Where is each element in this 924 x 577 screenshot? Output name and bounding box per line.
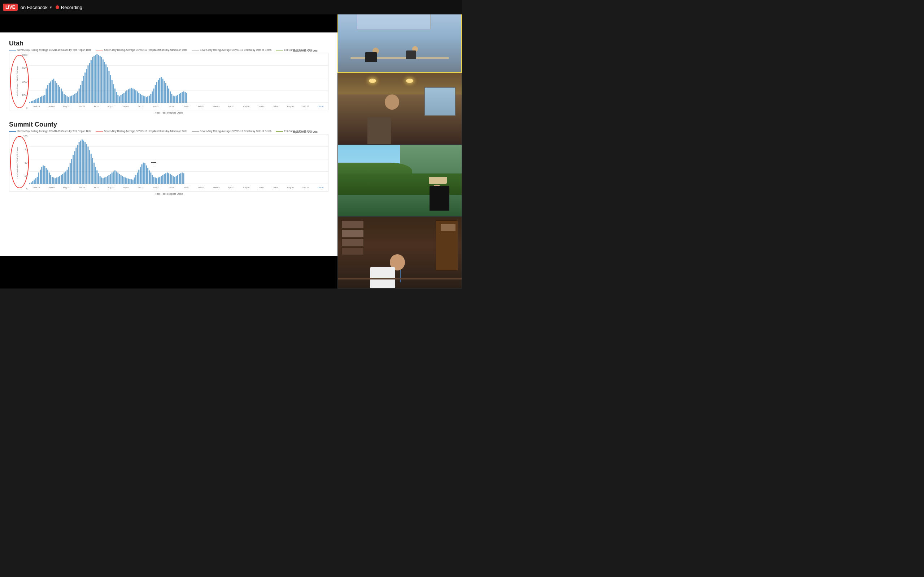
svg-rect-73 bbox=[138, 93, 139, 103]
svg-rect-42 bbox=[92, 57, 93, 103]
svg-rect-48 bbox=[101, 57, 102, 103]
svg-rect-21 bbox=[61, 89, 62, 103]
live-badge: LIVE bbox=[3, 3, 18, 11]
svg-rect-188 bbox=[152, 175, 153, 184]
y-tick-0: 0 bbox=[26, 107, 27, 109]
svg-rect-177 bbox=[135, 175, 136, 184]
x-tick-summit: Aug 01 bbox=[108, 187, 115, 189]
epidemic-curves-label-summit: Epidemic Curves bbox=[293, 130, 318, 134]
svg-rect-138 bbox=[77, 145, 78, 184]
y-tick-3000: 3000 bbox=[22, 67, 27, 69]
x-tick: Mar 01 bbox=[213, 105, 220, 108]
y-tick-100: 100 bbox=[23, 135, 27, 137]
svg-rect-143 bbox=[84, 142, 86, 184]
svg-rect-117 bbox=[46, 168, 47, 184]
summit-chart-legend: Seven-Day Rolling Average COVID-19 Cases… bbox=[9, 130, 328, 132]
svg-rect-174 bbox=[131, 179, 132, 184]
x-tick: May 01 bbox=[243, 105, 250, 108]
svg-rect-120 bbox=[50, 175, 51, 184]
x-tick-summit: Dec 01 bbox=[168, 187, 175, 189]
x-tick: Oct 01 bbox=[318, 105, 324, 108]
svg-rect-157 bbox=[105, 177, 107, 184]
svg-rect-167 bbox=[121, 175, 122, 184]
svg-rect-115 bbox=[43, 166, 44, 184]
svg-rect-20 bbox=[59, 87, 60, 103]
video-thumbnail-4[interactable] bbox=[338, 217, 462, 289]
svg-rect-36 bbox=[83, 76, 84, 103]
svg-rect-118 bbox=[47, 170, 48, 184]
svg-rect-84 bbox=[155, 85, 156, 103]
svg-rect-28 bbox=[71, 95, 72, 103]
svg-rect-79 bbox=[147, 96, 149, 103]
svg-rect-148 bbox=[92, 158, 93, 184]
x-tick: Aug 01 bbox=[287, 105, 294, 108]
svg-rect-24 bbox=[65, 95, 66, 103]
svg-rect-176 bbox=[134, 177, 135, 184]
summit-chart-section: Summit County Seven-Day Rolling Average … bbox=[9, 121, 328, 195]
summit-chart-plot: Mar 01 Apr 01 May 01 Jun 01 Jul 01 Aug 0… bbox=[29, 134, 328, 191]
svg-rect-191 bbox=[156, 178, 157, 184]
svg-rect-68 bbox=[131, 88, 132, 103]
summit-chart-title: Summit County bbox=[9, 121, 328, 128]
svg-rect-155 bbox=[102, 178, 103, 184]
legend-item-3: Seven-Day Rolling Average COVID-19 Death… bbox=[192, 49, 271, 51]
video-thumbnail-2[interactable] bbox=[338, 73, 462, 145]
svg-rect-6 bbox=[38, 98, 39, 103]
utah-x-axis: Mar 01 Apr 01 May 01 Jun 01 Jul 01 Aug 0… bbox=[29, 103, 328, 110]
svg-rect-132 bbox=[68, 167, 69, 184]
utah-bars-svg bbox=[29, 53, 328, 103]
svg-rect-94 bbox=[170, 91, 171, 103]
svg-rect-130 bbox=[65, 172, 66, 184]
svg-rect-131 bbox=[67, 170, 68, 184]
svg-rect-13 bbox=[49, 83, 50, 103]
x-tick-summit: Jul 01 bbox=[273, 187, 279, 189]
svg-rect-152 bbox=[98, 173, 99, 184]
svg-rect-112 bbox=[38, 172, 39, 184]
legend-item-s1: Seven-Day Rolling Average COVID-19 Cases… bbox=[9, 130, 91, 132]
svg-rect-46 bbox=[98, 55, 99, 103]
svg-rect-95 bbox=[171, 94, 172, 103]
svg-rect-75 bbox=[142, 95, 142, 103]
svg-rect-92 bbox=[167, 86, 168, 103]
x-tick-summit: Oct 01 bbox=[318, 187, 324, 189]
svg-rect-114 bbox=[41, 167, 42, 184]
presentation-slide: Utah Seven-Day Rolling Average COVID-19 … bbox=[0, 32, 338, 256]
svg-rect-205 bbox=[177, 175, 178, 184]
svg-rect-186 bbox=[149, 171, 150, 184]
x-tick-summit: Jan 01 bbox=[183, 187, 189, 189]
svg-rect-40 bbox=[89, 63, 90, 103]
summit-y-label: Lab-Confirmed COVID-19 Cases bbox=[16, 147, 18, 179]
svg-rect-96 bbox=[173, 95, 174, 103]
x-tick-summit: Sep 01 bbox=[123, 187, 129, 189]
svg-rect-144 bbox=[86, 144, 87, 184]
svg-rect-158 bbox=[107, 176, 108, 184]
svg-rect-192 bbox=[158, 177, 159, 184]
x-tick: Nov 01 bbox=[153, 105, 160, 108]
utah-x-axis-label: First Test Report Date bbox=[9, 111, 328, 114]
utah-chart-section: Utah Seven-Day Rolling Average COVID-19 … bbox=[9, 40, 328, 114]
video-panel bbox=[338, 0, 462, 288]
x-tick-summit: Jun 01 bbox=[79, 187, 85, 189]
svg-rect-135 bbox=[73, 155, 74, 184]
svg-rect-98 bbox=[176, 95, 177, 103]
platform-selector[interactable]: on Facebook ▼ bbox=[21, 5, 53, 10]
svg-rect-181 bbox=[142, 164, 142, 184]
svg-rect-57 bbox=[115, 89, 115, 103]
x-tick: Feb 01 bbox=[198, 105, 205, 108]
svg-rect-164 bbox=[116, 172, 117, 184]
svg-rect-166 bbox=[119, 174, 120, 184]
x-tick-summit: Aug 01 bbox=[287, 187, 294, 189]
video-thumbnail-3[interactable] bbox=[338, 145, 462, 217]
x-tick: Jul 01 bbox=[273, 105, 279, 108]
y-tick-25: 25 bbox=[24, 174, 27, 177]
summit-chart-container: Lab-Confirmed COVID-19 Cases 100 75 50 2… bbox=[9, 134, 328, 192]
svg-rect-25 bbox=[67, 96, 68, 103]
svg-rect-49 bbox=[102, 60, 103, 103]
svg-rect-209 bbox=[183, 173, 184, 184]
epidemic-curves-label-utah: Epidemic Curves bbox=[293, 49, 318, 52]
y-tick-0-summit: 0 bbox=[26, 188, 27, 190]
svg-rect-199 bbox=[168, 173, 169, 184]
svg-rect-121 bbox=[52, 177, 53, 184]
x-tick: Jul 01 bbox=[94, 105, 99, 108]
x-tick-summit: Oct 01 bbox=[138, 187, 144, 189]
